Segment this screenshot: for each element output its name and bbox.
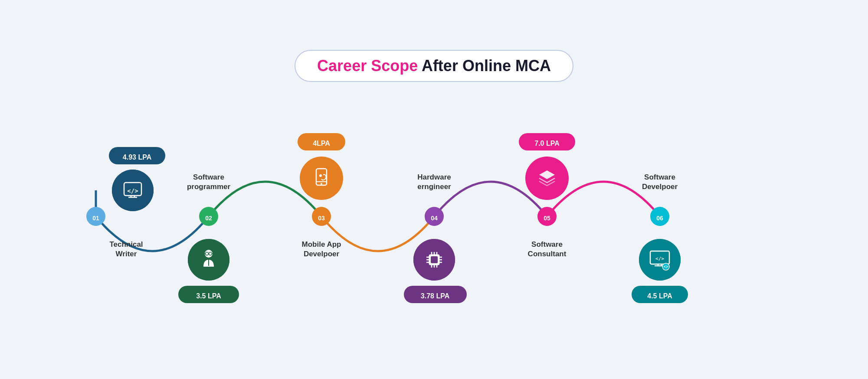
mobile-icon-circle (301, 157, 342, 199)
svg-line-83 (204, 253, 206, 254)
svg-text:02: 02 (205, 215, 212, 222)
svg-text:05: 05 (544, 215, 550, 222)
programmer-icon-circle (188, 239, 229, 281)
code-icon: </> (121, 179, 144, 202)
svg-text:01: 01 (92, 215, 99, 222)
svg-text:04: 04 (431, 215, 438, 222)
svg-line-84 (212, 253, 213, 254)
svg-text:Technical: Technical (109, 240, 143, 248)
svg-text:3.5 LPA: 3.5 LPA (196, 292, 221, 300)
diagram-container: 01 02 03 04 05 06 4.93 LPA </> Technical… (44, 104, 825, 329)
svg-text:7.0 LPA: 7.0 LPA (534, 140, 560, 147)
svg-text:Software: Software (531, 240, 563, 248)
hw-icon-circle (413, 239, 455, 281)
svg-text:Mobile App: Mobile App (301, 240, 341, 248)
svg-text:06: 06 (656, 215, 663, 222)
svg-text:<>: <> (663, 265, 668, 269)
title-highlight: Career Scope (317, 57, 418, 75)
person-code-icon (197, 248, 221, 272)
svg-text:Software: Software (644, 173, 675, 181)
svg-point-71 (319, 174, 322, 177)
writer-icon-circle: </> (112, 170, 154, 211)
svg-text:programmer: programmer (187, 183, 230, 191)
title-rest: After Online MCA (418, 57, 551, 75)
svg-point-70 (321, 183, 322, 185)
dev-icon-circle: </> <> (639, 239, 681, 281)
svg-text:Hardware: Hardware (417, 173, 451, 181)
svg-text:Develpoer: Develpoer (642, 183, 678, 191)
svg-text:Consultant: Consultant (527, 250, 566, 258)
svg-text:erngineer: erngineer (417, 183, 451, 191)
svg-rect-68 (316, 169, 327, 185)
svg-text:Software: Software (193, 173, 224, 181)
career-diagram-svg: 01 02 03 04 05 06 4.93 LPA </> Technical… (44, 104, 825, 329)
svg-text:</>: </> (127, 187, 138, 194)
svg-text:Writer: Writer (115, 250, 137, 258)
monitor-code-icon: </> <> (649, 248, 671, 271)
svg-text:3.78 LPA: 3.78 LPA (420, 292, 449, 300)
chip-icon (423, 248, 445, 271)
consultant-icon-circle (526, 157, 568, 199)
title-container: Career Scope After Online MCA (295, 50, 573, 82)
svg-text:03: 03 (318, 215, 325, 222)
phone-icon (310, 167, 333, 190)
svg-text:4.5 LPA: 4.5 LPA (647, 292, 672, 300)
svg-text:4.93 LPA: 4.93 LPA (122, 154, 151, 161)
svg-text:</>: </> (655, 256, 664, 261)
layers-icon (536, 167, 558, 190)
svg-text:4LPA: 4LPA (313, 140, 330, 147)
svg-text:Develpoer: Develpoer (303, 250, 339, 258)
svg-rect-50 (431, 256, 438, 263)
